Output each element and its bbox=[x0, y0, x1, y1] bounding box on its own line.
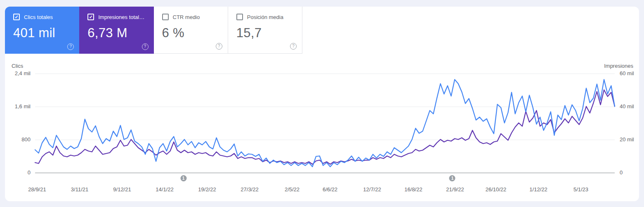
checkbox-total-impressions[interactable]: ✓ bbox=[87, 14, 94, 20]
card-label: Impresiones total… bbox=[98, 14, 144, 20]
card-label: Clics totales bbox=[24, 14, 53, 20]
card-label: Posición media bbox=[247, 14, 283, 20]
help-icon[interactable]: ? bbox=[216, 43, 222, 50]
metric-cards: ✓ Clics totales 401 mil ? ✓ Impresiones … bbox=[5, 7, 302, 54]
card-total-impressions[interactable]: ✓ Impresiones total… 6,73 M ? bbox=[79, 7, 153, 54]
card-value: 6,73 M bbox=[87, 26, 153, 40]
card-value: 401 mil bbox=[13, 26, 79, 40]
card-value: 6 % bbox=[162, 26, 228, 40]
card-total-clicks[interactable]: ✓ Clics totales 401 mil ? bbox=[5, 7, 79, 54]
card-label: CTR medio bbox=[173, 14, 200, 20]
checkbox-avg-position[interactable] bbox=[236, 14, 243, 20]
card-value: 15,7 bbox=[236, 26, 302, 40]
help-icon[interactable]: ? bbox=[142, 43, 149, 50]
card-avg-ctr[interactable]: CTR medio 6 % ? bbox=[154, 7, 228, 54]
help-icon[interactable]: ? bbox=[290, 43, 297, 50]
checkbox-avg-ctr[interactable] bbox=[162, 14, 169, 20]
help-icon[interactable]: ? bbox=[67, 43, 74, 50]
clicks-line[interactable] bbox=[35, 80, 615, 167]
card-avg-position[interactable]: Posición media 15,7 ? bbox=[228, 7, 302, 54]
checkbox-total-clicks[interactable]: ✓ bbox=[13, 14, 20, 20]
